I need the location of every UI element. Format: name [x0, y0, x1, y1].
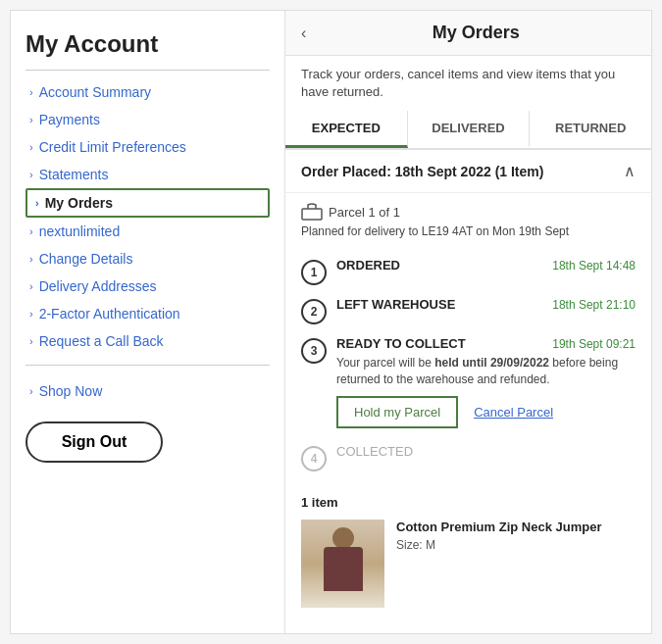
order-header: Order Placed: 18th Sept 2022 (1 Item) ∧	[285, 150, 651, 193]
sidebar-item-shop-now[interactable]: › Shop Now	[25, 375, 270, 407]
chevron-icon: ›	[29, 114, 33, 125]
timeline-step-3: 3 READY TO COLLECT 19th Sept 09:21 Your …	[301, 336, 636, 432]
order-timeline: 1 ORDERED 18th Sept 14:48 2	[285, 258, 651, 471]
sidebar-item-my-orders[interactable]: › My Orders	[25, 188, 270, 218]
sidebar-item-label: 2-Factor Authentication	[39, 306, 180, 322]
sidebar-item-label: Account Summary	[39, 84, 151, 100]
order-content: Order Placed: 18th Sept 2022 (1 Item) ∧ …	[285, 150, 651, 633]
step-circle-4: 4	[301, 446, 327, 471]
chevron-icon: ›	[29, 225, 33, 237]
sidebar-item-nextunlimited[interactable]: › nextunlimited	[25, 218, 270, 245]
step-title-4: COLLECTED	[336, 444, 413, 459]
step-title-2: LEFT WAREHOUSE	[336, 297, 455, 312]
delivery-info: Planned for delivery to LE19 4AT on Mon …	[301, 224, 636, 238]
timeline-step-2: 2 LEFT WAREHOUSE 18th Sept 21:10	[301, 297, 636, 324]
hold-parcel-section: Hold my Parcel Cancel Parcel	[336, 388, 636, 432]
step-content-1: ORDERED 18th Sept 14:48	[336, 258, 636, 272]
back-button[interactable]: ‹	[301, 25, 306, 42]
sidebar-item-label: nextunlimited	[39, 223, 121, 239]
sidebar-item-2fa[interactable]: › 2-Factor Authentication	[25, 300, 270, 327]
sign-out-button[interactable]: Sign Out	[25, 421, 163, 463]
sidebar-item-payments[interactable]: › Payments	[25, 106, 270, 133]
sidebar-item-delivery-addresses[interactable]: › Delivery Addresses	[25, 272, 270, 300]
step-number-4: 4	[311, 452, 318, 466]
page-title: My Account	[25, 30, 270, 58]
sidebar-item-statements[interactable]: › Statements	[25, 161, 270, 188]
item-details: Cotton Premium Zip Neck Jumper Size: M	[396, 520, 636, 608]
panel-title: My Orders	[316, 23, 636, 43]
item-thumbnail	[301, 520, 384, 608]
step-circle-1: 1	[301, 260, 327, 285]
cancel-parcel-link[interactable]: Cancel Parcel	[474, 405, 553, 420]
chevron-icon: ›	[35, 197, 39, 209]
collapse-icon[interactable]: ∧	[624, 162, 636, 180]
order-tabs: EXPECTED DELIVERED RETURNED	[285, 111, 651, 150]
svg-rect-0	[302, 209, 322, 220]
chevron-icon: ›	[29, 280, 33, 292]
chevron-icon: ›	[29, 86, 33, 98]
item-image	[301, 520, 384, 608]
order-placed-label: Order Placed: 18th Sept 2022 (1 Item)	[301, 164, 543, 179]
item-row: Cotton Premium Zip Neck Jumper Size: M	[301, 520, 636, 608]
step-content-2: LEFT WAREHOUSE 18th Sept 21:10	[336, 297, 636, 312]
sidebar-item-label: My Orders	[45, 195, 113, 211]
nav-divider-bottom	[25, 365, 270, 366]
panel-subtitle: Track your orders, cancel items and view…	[285, 56, 651, 111]
sidebar-item-label: Statements	[39, 167, 109, 182]
step-number-1: 1	[311, 266, 318, 279]
chevron-icon: ›	[29, 141, 33, 153]
timeline-step-4: 4 COLLECTED	[301, 444, 636, 471]
chevron-icon: ›	[29, 385, 33, 397]
step-number-3: 3	[311, 344, 318, 358]
parcel-icon	[301, 203, 323, 221]
items-count: 1 item	[301, 495, 636, 510]
shop-now-label: Shop Now	[39, 383, 103, 399]
sidebar-item-account-summary[interactable]: › Account Summary	[25, 78, 270, 106]
item-size: Size: M	[396, 538, 636, 552]
step-title-1: ORDERED	[336, 258, 400, 272]
person-head	[332, 527, 354, 549]
step-circle-2: 2	[301, 299, 327, 324]
step-date-3: 19th Sept 09:21	[544, 337, 636, 351]
sidebar-item-call-back[interactable]: › Request a Call Back	[25, 327, 270, 355]
item-name: Cotton Premium Zip Neck Jumper	[396, 520, 636, 534]
hold-parcel-button[interactable]: Hold my Parcel	[336, 396, 458, 428]
step-content-3: READY TO COLLECT 19th Sept 09:21 Your pa…	[336, 336, 636, 432]
sidebar-item-label: Change Details	[39, 251, 133, 267]
step-number-2: 2	[311, 305, 318, 319]
main-panel: ‹ My Orders Track your orders, cancel it…	[285, 11, 651, 633]
panel-header: ‹ My Orders	[285, 11, 651, 56]
parcel-info: Parcel 1 of 1 Planned for delivery to LE…	[285, 193, 651, 258]
chevron-icon: ›	[29, 253, 33, 265]
items-section: 1 item Cotton Premium Zip Neck Jumper Si…	[285, 483, 651, 619]
chevron-icon: ›	[29, 169, 33, 180]
step-title-3: READY TO COLLECT	[336, 336, 466, 351]
step-detail-3: Your parcel will be held until 29/09/202…	[336, 355, 636, 388]
sidebar-item-change-details[interactable]: › Change Details	[25, 245, 270, 272]
tab-returned[interactable]: RETURNED	[530, 111, 651, 148]
step-content-4: COLLECTED	[336, 444, 636, 459]
nav-divider-top	[25, 70, 270, 71]
chevron-icon: ›	[29, 335, 33, 347]
step-date-2: 18th Sept 21:10	[544, 298, 636, 312]
sidebar-item-label: Payments	[39, 112, 100, 127]
step-date-1: 18th Sept 14:48	[544, 259, 636, 272]
parcel-label-row: Parcel 1 of 1	[301, 203, 636, 221]
timeline-step-1: 1 ORDERED 18th Sept 14:48	[301, 258, 636, 285]
tab-expected[interactable]: EXPECTED	[285, 111, 408, 148]
person-body	[324, 547, 363, 591]
parcel-count: Parcel 1 of 1	[329, 205, 400, 220]
sidebar-item-label: Delivery Addresses	[39, 278, 157, 294]
step-circle-3: 3	[301, 338, 327, 364]
sidebar-item-label: Request a Call Back	[39, 333, 164, 349]
sidebar-item-label: Credit Limit Preferences	[39, 139, 186, 155]
sidebar-item-credit-limit[interactable]: › Credit Limit Preferences	[25, 133, 270, 161]
sidebar: My Account › Account Summary › Payments …	[11, 11, 285, 633]
chevron-icon: ›	[29, 308, 33, 320]
tab-delivered[interactable]: DELIVERED	[408, 111, 531, 148]
